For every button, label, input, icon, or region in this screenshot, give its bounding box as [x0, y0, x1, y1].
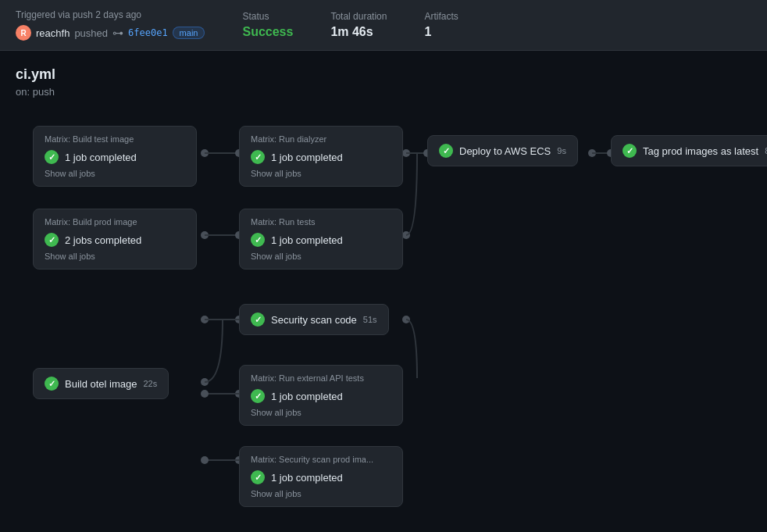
security-scan-duration: 51s: [363, 315, 377, 324]
status-section: Status Success: [242, 11, 293, 39]
build-prod-success-icon: [45, 233, 59, 247]
trigger-section: Triggered via push 2 days ago R reachfh …: [16, 9, 205, 41]
security-prod-show-all[interactable]: Show all jobs: [251, 489, 391, 498]
build-otel-duration: 22s: [144, 379, 158, 388]
external-api-label: 1 job completed: [271, 391, 343, 402]
security-scan-label: Security scan code: [271, 314, 357, 326]
header: Triggered via push 2 days ago R reachfh …: [0, 0, 767, 51]
svg-point-4: [588, 149, 596, 157]
run-tests-success-icon: [251, 233, 265, 247]
job-build-otel: Build otel image 22s: [33, 368, 169, 399]
workflow-main: ci.yml on: push: [0, 51, 767, 532]
build-test-label: 1 job completed: [65, 152, 137, 163]
security-prod-row: 1 job completed: [251, 470, 391, 484]
actor-name: reachfh: [36, 27, 70, 39]
trigger-label: Triggered via push 2 days ago: [16, 9, 205, 20]
actor-action: pushed: [74, 27, 108, 39]
job-build-test: Matrix: Build test image 1 job completed…: [33, 126, 197, 187]
status-label: Status: [242, 11, 293, 22]
tag-prod-label: Tag prod images as latest: [643, 145, 758, 157]
run-tests-title: Matrix: Run tests: [251, 217, 391, 227]
build-otel-success-icon: [45, 377, 59, 391]
build-prod-row: 2 jobs completed: [45, 233, 185, 247]
external-api-title: Matrix: Run external API tests: [251, 373, 391, 383]
build-test-row: 1 job completed: [45, 150, 185, 164]
artifacts-section: Artifacts 1: [424, 11, 458, 39]
svg-point-11: [402, 231, 410, 239]
build-test-success-icon: [45, 150, 59, 164]
job-run-dialyzer: Matrix: Run dialyzer 1 job completed Sho…: [239, 126, 403, 187]
svg-point-2: [402, 149, 410, 157]
job-security-scan: Security scan code 51s: [239, 304, 389, 335]
commit-hash[interactable]: 6fee0e1: [128, 27, 168, 38]
run-tests-show-all[interactable]: Show all jobs: [251, 252, 391, 261]
dialyzer-label: 1 job completed: [271, 152, 343, 163]
job-build-prod: Matrix: Build prod image 2 jobs complete…: [33, 209, 197, 270]
deploy-ecs-duration: 9s: [557, 146, 566, 155]
workflow-title: ci.yml: [16, 66, 751, 83]
build-test-show-all[interactable]: Show all jobs: [45, 169, 185, 178]
avatar: R: [16, 25, 31, 41]
run-tests-label: 1 job completed: [271, 234, 343, 246]
duration-section: Total duration 1m 46s: [330, 11, 387, 39]
trigger-row: R reachfh pushed ⊶ 6fee0e1 main: [16, 25, 205, 41]
status-value: Success: [242, 25, 293, 39]
job-deploy-ecs: Deploy to AWS ECS 9s: [427, 135, 578, 166]
workflow-canvas: Matrix: Build test image 1 job completed…: [16, 116, 751, 523]
tag-prod-success-icon: [623, 144, 637, 158]
duration-label: Total duration: [330, 11, 387, 22]
security-prod-title: Matrix: Security scan prod ima...: [251, 455, 391, 464]
external-api-row: 1 job completed: [251, 389, 391, 403]
external-api-show-all[interactable]: Show all jobs: [251, 408, 391, 417]
artifacts-value: 1: [424, 25, 458, 39]
dialyzer-show-all[interactable]: Show all jobs: [251, 169, 391, 178]
deploy-ecs-success-icon: [439, 144, 453, 158]
artifacts-label: Artifacts: [424, 11, 458, 22]
branch-badge[interactable]: main: [173, 27, 205, 39]
build-prod-title: Matrix: Build prod image: [45, 217, 185, 227]
build-test-title: Matrix: Build test image: [45, 134, 185, 144]
job-external-api: Matrix: Run external API tests 1 job com…: [239, 365, 403, 426]
job-security-prod: Matrix: Security scan prod ima... 1 job …: [239, 446, 403, 507]
external-api-success-icon: [251, 389, 265, 403]
svg-point-16: [201, 456, 209, 464]
build-prod-show-all[interactable]: Show all jobs: [45, 252, 185, 261]
svg-point-6: [201, 231, 209, 239]
job-tag-prod: Tag prod images as latest 8s: [611, 135, 767, 166]
job-run-tests: Matrix: Run tests 1 job completed Show a…: [239, 209, 403, 270]
build-prod-label: 2 jobs completed: [65, 234, 141, 246]
duration-value: 1m 46s: [330, 25, 387, 39]
svg-point-0: [201, 149, 209, 157]
deploy-ecs-label: Deploy to AWS ECS: [459, 145, 551, 157]
security-scan-success-icon: [251, 312, 265, 327]
build-otel-label: Build otel image: [65, 378, 137, 390]
dialyzer-title: Matrix: Run dialyzer: [251, 134, 391, 144]
dialyzer-row: 1 job completed: [251, 150, 391, 164]
svg-point-14: [201, 390, 209, 398]
svg-point-12: [402, 316, 410, 323]
security-prod-label: 1 job completed: [271, 472, 343, 484]
run-tests-row: 1 job completed: [251, 233, 391, 247]
svg-point-10: [201, 378, 209, 386]
dialyzer-success-icon: [251, 150, 265, 164]
commit-icon: ⊶: [112, 27, 123, 39]
svg-point-8: [201, 316, 209, 323]
workflow-subtitle: on: push: [16, 86, 751, 98]
security-prod-success-icon: [251, 470, 265, 484]
